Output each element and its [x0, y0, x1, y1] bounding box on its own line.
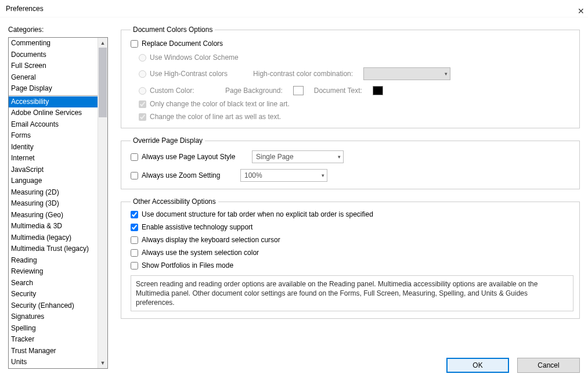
page-background-swatch[interactable]	[293, 86, 304, 95]
system-selection-color-checkbox[interactable]	[131, 249, 138, 257]
chevron-down-icon: ▾	[322, 172, 324, 178]
custom-color-radio[interactable]	[139, 87, 146, 95]
category-item[interactable]: Security	[9, 289, 98, 300]
change-lineart-label: Change the color of line art as well as …	[150, 113, 281, 121]
keyboard-cursor-checkbox[interactable]	[131, 236, 138, 244]
system-selection-color-label: Always use the system selection color	[142, 249, 259, 257]
category-item[interactable]: Reading	[9, 255, 98, 267]
replace-document-colors-label: Replace Document Colors	[142, 39, 223, 48]
category-item[interactable]: Measuring (Geo)	[9, 210, 98, 221]
page-layout-value: Single Page	[256, 153, 294, 161]
use-doc-structure-checkbox[interactable]	[131, 211, 138, 218]
category-item[interactable]: Multimedia (legacy)	[9, 232, 98, 244]
category-item[interactable]: Documents	[9, 49, 98, 61]
category-item[interactable]: Multimedia & 3D	[9, 221, 98, 232]
category-item[interactable]: Measuring (2D)	[9, 187, 98, 199]
only-black-text-checkbox[interactable]	[139, 100, 146, 108]
scrollbar[interactable]: ▲ ▼	[98, 38, 107, 368]
category-item[interactable]: Trust Manager	[9, 346, 98, 357]
category-item[interactable]: Search	[9, 278, 98, 289]
show-portfolios-label: Show Portfolios in Files mode	[142, 261, 233, 269]
categories-listbox-wrap: CommentingDocumentsFull ScreenGeneralPag…	[8, 37, 108, 369]
ok-button[interactable]: OK	[446, 358, 509, 373]
category-item[interactable]: JavaScript	[9, 164, 98, 176]
always-zoom-label: Always use Zoom Setting	[142, 171, 240, 179]
other-legend: Other Accessibility Options	[131, 197, 218, 206]
override-legend: Override Page Display	[131, 136, 205, 145]
page-background-label: Page Background:	[225, 87, 283, 95]
chevron-down-icon: ▾	[338, 154, 341, 160]
category-item[interactable]: Security (Enhanced)	[9, 300, 98, 312]
use-windows-scheme-radio[interactable]	[139, 54, 146, 62]
info-text: Screen reading and reading order options…	[131, 275, 573, 311]
zoom-combo[interactable]: 100% ▾	[240, 169, 327, 182]
dialog-body: Categories: CommentingDocumentsFull Scre…	[0, 17, 588, 348]
override-page-display-group: Override Page Display Always use Page La…	[121, 136, 580, 189]
category-item[interactable]: Email Accounts	[9, 119, 98, 131]
change-lineart-checkbox[interactable]	[139, 113, 146, 121]
categories-panel: Categories: CommentingDocumentsFull Scre…	[8, 26, 108, 348]
category-item[interactable]: Adobe Online Services	[9, 107, 98, 119]
category-item[interactable]: Forms	[9, 130, 98, 142]
high-contrast-combo-label: High-contrast color combination:	[253, 70, 353, 78]
category-item[interactable]: Internet	[9, 153, 98, 164]
enable-assistive-checkbox[interactable]	[131, 224, 138, 231]
document-colors-group: Document Colors Options Replace Document…	[121, 26, 580, 128]
always-layout-checkbox[interactable]	[131, 153, 138, 161]
custom-color-label: Custom Color:	[150, 87, 202, 95]
scroll-thumb[interactable]	[99, 48, 107, 117]
category-item[interactable]: Signatures	[9, 311, 98, 323]
settings-panel: Document Colors Options Replace Document…	[121, 26, 580, 348]
chevron-down-icon: ▾	[445, 71, 448, 77]
replace-document-colors-checkbox[interactable]	[131, 40, 138, 48]
document-text-label: Document Text:	[314, 87, 362, 95]
always-zoom-checkbox[interactable]	[131, 172, 138, 179]
cancel-button[interactable]: Cancel	[517, 358, 580, 373]
category-separator	[9, 95, 98, 96]
scroll-down-icon[interactable]: ▼	[98, 358, 107, 368]
use-high-contrast-label: Use High-Contrast colors	[150, 70, 228, 78]
close-icon[interactable]: ✕	[578, 2, 585, 20]
category-item[interactable]: Full Screen	[9, 60, 98, 72]
enable-assistive-label: Enable assistive technology support	[142, 223, 252, 231]
category-item[interactable]: Accessibility	[9, 96, 98, 108]
dialog-footer: OK Cancel	[446, 358, 580, 373]
use-doc-structure-label: Use document structure for tab order whe…	[142, 210, 373, 218]
categories-listbox[interactable]: CommentingDocumentsFull ScreenGeneralPag…	[9, 38, 98, 368]
use-windows-scheme-label: Use Windows Color Scheme	[150, 53, 239, 62]
page-layout-combo[interactable]: Single Page ▾	[252, 150, 344, 163]
keyboard-cursor-label: Always display the keyboard selection cu…	[142, 236, 280, 244]
scroll-up-icon[interactable]: ▲	[98, 38, 107, 48]
category-item[interactable]: Language	[9, 175, 98, 187]
category-item[interactable]: Identity	[9, 142, 98, 153]
show-portfolios-checkbox[interactable]	[131, 262, 138, 269]
high-contrast-combo[interactable]: ▾	[363, 67, 450, 80]
category-item[interactable]: Spelling	[9, 323, 98, 335]
window-title: Preferences	[6, 5, 44, 13]
always-layout-label: Always use Page Layout Style	[142, 153, 252, 161]
scroll-track[interactable]	[98, 48, 107, 358]
use-high-contrast-radio[interactable]	[139, 70, 146, 78]
document-text-swatch[interactable]	[373, 86, 383, 95]
category-item[interactable]: General	[9, 72, 98, 84]
titlebar: Preferences ✕	[0, 0, 588, 17]
category-item[interactable]: Page Display	[9, 83, 98, 95]
only-black-text-label: Only change the color of black text or l…	[150, 100, 290, 108]
category-item[interactable]: Units	[9, 357, 98, 368]
category-item[interactable]: Measuring (3D)	[9, 198, 98, 210]
document-colors-legend: Document Colors Options	[131, 26, 215, 34]
category-item[interactable]: Reviewing	[9, 266, 98, 278]
category-item[interactable]: Commenting	[9, 38, 98, 49]
categories-label: Categories:	[8, 26, 108, 34]
preferences-dialog: Preferences ✕ Categories: CommentingDocu…	[0, 0, 588, 381]
category-item[interactable]: Multimedia Trust (legacy)	[9, 243, 98, 255]
other-accessibility-group: Other Accessibility Options Use document…	[121, 197, 580, 319]
zoom-value: 100%	[244, 171, 262, 179]
category-item[interactable]: Tracker	[9, 334, 98, 346]
